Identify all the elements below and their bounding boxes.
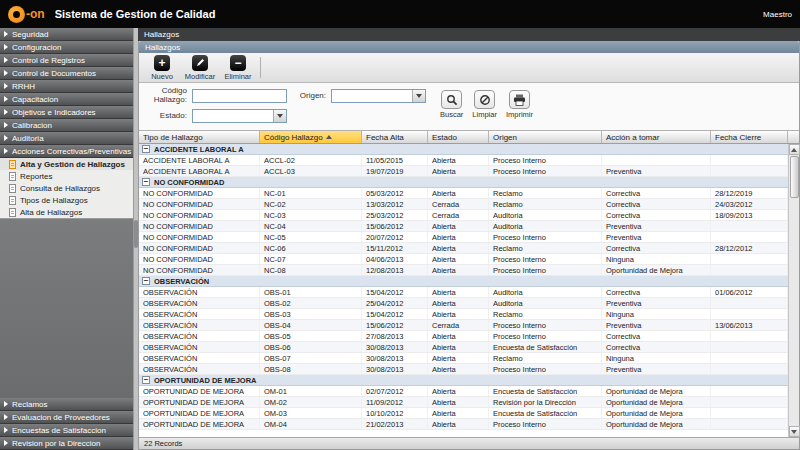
table-row[interactable]: OPORTUNIDAD DE MEJORAOM-0310/10/2012Abie… <box>139 408 788 419</box>
table-row[interactable]: NO CONFORMIDADNC-0520/07/2012AbiertaProc… <box>139 232 788 243</box>
column-header-estado[interactable]: Estado <box>428 131 489 143</box>
table-cell: Correctiva <box>602 188 711 198</box>
tab-hallazgos[interactable]: Hallazgos <box>144 30 179 39</box>
arrow-right-icon <box>4 44 8 50</box>
sidebar-item-calibracion[interactable]: Calibracion <box>0 119 133 132</box>
table-row[interactable]: OPORTUNIDAD DE MEJORAOM-0421/02/2013Abie… <box>139 419 788 430</box>
table-cell: Ninguna <box>602 254 711 264</box>
table-cell: Reclamo <box>489 353 602 363</box>
sidebar-item-control-de-documentos[interactable]: Control de Documentos <box>0 67 133 80</box>
sidebar-item-label: Configuracion <box>12 43 61 52</box>
estado-dropdown-button[interactable] <box>273 110 286 122</box>
table-cell: NC-04 <box>260 221 362 231</box>
table-cell: OBSERVACIÓN <box>139 320 260 330</box>
buscar-button[interactable]: Buscar <box>440 90 463 119</box>
submenu-item-tipos-de-hallazgos[interactable]: Tipos de Hallazgos <box>0 194 133 206</box>
table-row[interactable]: NO CONFORMIDADNC-0105/03/2012AbiertaRecl… <box>139 188 788 199</box>
column-header-acci-n-a-tomar[interactable]: Acción a tomar <box>602 131 711 143</box>
column-header-label: Origen <box>493 133 517 142</box>
limpiar-button[interactable]: Limpiar <box>472 90 497 119</box>
sidebar-item-acciones-correctivas-preventivas[interactable]: Acciones Correctivas/Preventivas <box>0 145 133 158</box>
sidebar-item-auditoria[interactable]: Auditoria <box>0 132 133 145</box>
eliminar-button[interactable]: − Eliminar <box>219 54 257 81</box>
table-row[interactable]: OBSERVACIÓNOBS-0730/08/2013AbiertaReclam… <box>139 353 788 364</box>
collapse-icon[interactable]: − <box>142 376 150 384</box>
origen-select[interactable] <box>331 89 426 103</box>
column-header-fecha-cierre[interactable]: Fecha Cierre <box>711 131 788 143</box>
table-cell: NO CONFORMIDAD <box>139 243 260 253</box>
table-row[interactable]: OPORTUNIDAD DE MEJORAOM-0102/07/2012Abie… <box>139 386 788 397</box>
sidebar-item-label: Capacitacion <box>12 95 58 104</box>
submenu-item-alta-y-gesti-n-de-hallazgos[interactable]: Alta y Gestión de Hallazgos <box>0 158 133 170</box>
column-header-tipo-de-hallazgo[interactable]: Tipo de Hallazgo <box>139 131 260 143</box>
imprimir-label: Imprimir <box>506 110 533 119</box>
collapse-icon[interactable]: − <box>142 178 150 186</box>
table-cell: OPORTUNIDAD DE MEJORA <box>139 397 260 407</box>
nuevo-button[interactable]: + Nuevo <box>143 54 181 81</box>
table-cell: NC-05 <box>260 232 362 242</box>
sidebar-item-control-de-registros[interactable]: Control de Registros <box>0 54 133 67</box>
submenu-item-reportes[interactable]: Reportes <box>0 170 133 182</box>
splitter-handle-icon[interactable] <box>134 220 138 248</box>
chevron-down-icon <box>277 114 283 118</box>
table-row[interactable]: ACCIDENTE LABORAL AACCL-0211/05/2015Abie… <box>139 155 788 166</box>
table-row[interactable]: NO CONFORMIDADNC-0325/03/2012CerradaAudi… <box>139 210 788 221</box>
sidebar-splitter[interactable] <box>133 28 138 450</box>
table-row[interactable]: NO CONFORMIDADNC-0615/11/2012AbiertaRecl… <box>139 243 788 254</box>
table-row[interactable]: OBSERVACIÓNOBS-0830/08/2013AbiertaProces… <box>139 364 788 375</box>
scroll-down-icon[interactable] <box>789 426 800 437</box>
table-cell: OPORTUNIDAD DE MEJORA <box>139 419 260 429</box>
table-cell: Auditoria <box>489 298 602 308</box>
table-row[interactable]: OBSERVACIÓNOBS-0225/04/2012AbiertaAudito… <box>139 298 788 309</box>
table-row[interactable]: OBSERVACIÓNOBS-0115/04/2012AbiertaAudito… <box>139 287 788 298</box>
modificar-button[interactable]: Modificar <box>181 54 219 81</box>
collapse-icon[interactable]: − <box>142 277 150 285</box>
table-cell: Correctiva <box>602 331 711 341</box>
sidebar-item-rrhh[interactable]: RRHH <box>0 80 133 93</box>
group-row[interactable]: −ACCIDENTE LABORAL A <box>139 144 788 155</box>
group-row[interactable]: −OBSERVACIÓN <box>139 276 788 287</box>
table-cell <box>711 298 788 308</box>
sidebar-item-reclamos[interactable]: Reclamos <box>0 398 133 411</box>
collapse-icon[interactable]: − <box>142 145 150 153</box>
arrow-right-icon <box>4 401 8 407</box>
table-row[interactable]: OBSERVACIÓNOBS-0630/08/2013AbiertaEncues… <box>139 342 788 353</box>
sidebar-item-objetivos-e-indicadores[interactable]: Objetivos e Indicadores <box>0 106 133 119</box>
submenu-item-alta-de-hallazgos[interactable]: Alta de Hallazgos <box>0 206 133 218</box>
group-row[interactable]: −OPORTUNIDAD DE MEJORA <box>139 375 788 386</box>
table-cell: 04/06/2013 <box>362 254 428 264</box>
table-row[interactable]: NO CONFORMIDADNC-0704/06/2013AbiertaProc… <box>139 254 788 265</box>
table-row[interactable]: NO CONFORMIDADNC-0812/08/2013AbiertaProc… <box>139 265 788 276</box>
scroll-up-icon[interactable] <box>789 144 800 155</box>
toolbar: + Nuevo Modificar − Eliminar <box>139 53 799 83</box>
column-header-fecha-alta[interactable]: Fecha Alta <box>362 131 428 143</box>
column-header-c-digo-hallazgo[interactable]: Código Hallazgo <box>260 131 362 143</box>
table-row[interactable]: OPORTUNIDAD DE MEJORAOM-0211/09/2012Abie… <box>139 397 788 408</box>
table-cell: Abierta <box>428 254 489 264</box>
submenu-item-consulta-de-hallazgos[interactable]: Consulta de Hallazgos <box>0 182 133 194</box>
codigo-hallazgo-input[interactable] <box>192 89 287 103</box>
imprimir-button[interactable]: Imprimir <box>506 90 533 119</box>
table-row[interactable]: ACCIDENTE LABORAL AACCL-0319/07/2019Abie… <box>139 166 788 177</box>
estado-select[interactable] <box>192 109 287 123</box>
sidebar-item-seguridad[interactable]: Seguridad <box>0 28 133 41</box>
table-row[interactable]: NO CONFORMIDADNC-0415/06/2012AbiertaAudi… <box>139 221 788 232</box>
sidebar-item-label: RRHH <box>12 82 35 91</box>
table-cell: OBSERVACIÓN <box>139 353 260 363</box>
sidebar-item-encuestas-de-satisfaccion[interactable]: Encuestas de Satisfaccion <box>0 424 133 437</box>
sidebar-item-evaluacion-de-proveedores[interactable]: Evaluacion de Proveedores <box>0 411 133 424</box>
sidebar-item-capacitacion[interactable]: Capacitacion <box>0 93 133 106</box>
column-header-origen[interactable]: Origen <box>489 131 602 143</box>
search-actions: Buscar Limpiar Imprimir <box>440 88 533 126</box>
table-row[interactable]: OBSERVACIÓNOBS-0415/06/2012CerradaProces… <box>139 320 788 331</box>
sidebar-item-configuracion[interactable]: Configuracion <box>0 41 133 54</box>
table-row[interactable]: OBSERVACIÓNOBS-0315/04/2012AbiertaReclam… <box>139 309 788 320</box>
sidebar-item-revision-por-la-direccion[interactable]: Revision por la Direccion <box>0 437 133 450</box>
origen-dropdown-button[interactable] <box>412 90 425 102</box>
table-cell: Preventiva <box>602 320 711 330</box>
table-row[interactable]: OBSERVACIÓNOBS-0527/08/2013AbiertaProces… <box>139 331 788 342</box>
grid-scrollbar[interactable] <box>788 144 799 437</box>
table-row[interactable]: NO CONFORMIDADNC-0213/03/2012CerradaRecl… <box>139 199 788 210</box>
scrollbar-thumb[interactable] <box>790 156 799 198</box>
group-row[interactable]: −NO CONFORMIDAD <box>139 177 788 188</box>
